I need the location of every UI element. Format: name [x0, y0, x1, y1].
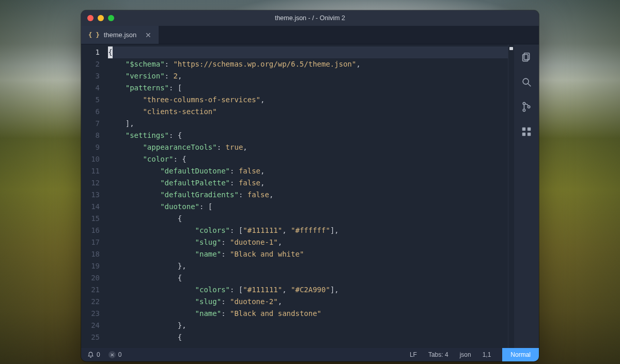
indent-indicator[interactable]: Tabs: 4: [428, 351, 448, 358]
notifications-count: 0: [97, 351, 100, 358]
minimap-scrollbar[interactable]: [508, 44, 514, 348]
line-number[interactable]: 7: [81, 118, 100, 130]
window-controls: [87, 15, 114, 21]
code-line[interactable]: "appearanceTools": true,: [108, 141, 508, 153]
token-punc: [108, 202, 160, 211]
code-line[interactable]: {: [108, 272, 508, 284]
code-line[interactable]: "three-columns-of-services",: [108, 94, 508, 106]
line-number[interactable]: 15: [81, 213, 100, 225]
line-number[interactable]: 24: [81, 320, 100, 331]
code-line[interactable]: "color": {: [108, 153, 508, 165]
line-number[interactable]: 13: [81, 189, 100, 201]
tab-bar: { } theme.json ✕: [81, 26, 539, 44]
editor[interactable]: 1234567891011121314151617181920212223242…: [81, 44, 514, 348]
line-number[interactable]: 16: [81, 225, 100, 236]
token-str: "#ffffff": [291, 226, 330, 234]
line-number[interactable]: 6: [81, 106, 100, 118]
language-indicator[interactable]: json: [460, 351, 471, 358]
token-bool: false: [247, 191, 269, 199]
code-area[interactable]: { "$schema": "https://schemas.wp.org/wp/…: [105, 44, 508, 348]
code-line[interactable]: ],: [108, 118, 508, 130]
token-punc: ,: [269, 191, 273, 199]
token-bool: true: [226, 143, 243, 151]
code-line[interactable]: {: [108, 213, 508, 225]
extensions-icon[interactable]: [521, 126, 532, 137]
token-punc: : [: [199, 202, 212, 211]
line-ending-indicator[interactable]: LF: [410, 351, 417, 358]
code-line[interactable]: "settings": {: [108, 130, 508, 141]
line-number[interactable]: 19: [81, 260, 100, 272]
line-number[interactable]: 11: [81, 165, 100, 177]
token-punc: [108, 72, 126, 80]
line-number[interactable]: 20: [81, 272, 100, 284]
cursor: {: [108, 46, 113, 58]
token-key: "color": [143, 155, 173, 163]
line-number[interactable]: 12: [81, 177, 100, 189]
token-punc: ],: [330, 286, 339, 294]
code-line[interactable]: "version": 2,: [108, 70, 508, 82]
code-line[interactable]: "defaultPalette": false,: [108, 177, 508, 189]
token-punc: [108, 131, 126, 139]
editor-window: theme.json - / - Onivim 2 { } theme.json…: [81, 10, 539, 361]
line-number[interactable]: 5: [81, 94, 100, 106]
search-icon[interactable]: [521, 76, 532, 88]
token-punc: ,: [282, 226, 291, 234]
token-str: "#C2A990": [291, 286, 330, 294]
code-line[interactable]: "colors": ["#111111", "#ffffff"],: [108, 225, 508, 236]
code-line[interactable]: "colors": ["#111111", "#C2A990"],: [108, 284, 508, 296]
minimap-thumb[interactable]: [509, 47, 513, 50]
svg-rect-9: [522, 133, 525, 136]
errors-count: 0: [118, 351, 122, 358]
notifications-button[interactable]: 0: [87, 351, 100, 358]
line-number[interactable]: 25: [81, 331, 100, 343]
line-number[interactable]: 21: [81, 284, 100, 296]
line-number[interactable]: 2: [81, 58, 100, 70]
code-line[interactable]: "name": "Black and sandstone": [108, 308, 508, 320]
code-line[interactable]: {: [108, 331, 508, 343]
files-icon[interactable]: [521, 52, 532, 63]
minimize-window-button[interactable]: [98, 15, 104, 21]
window-title: theme.json - / - Onivim 2: [81, 14, 539, 22]
code-line[interactable]: "duotone": [: [108, 201, 508, 213]
svg-point-6: [528, 106, 530, 108]
token-key: "patterns": [126, 84, 169, 92]
cursor-position-indicator[interactable]: 1,1: [483, 351, 491, 358]
code-line[interactable]: "defaultDuotone": false,: [108, 165, 508, 177]
close-window-button[interactable]: [87, 15, 94, 21]
line-number[interactable]: 4: [81, 82, 100, 94]
code-line[interactable]: {: [108, 46, 508, 58]
status-bar: 0 ✕ 0 LF Tabs: 4 json 1,1 Normal: [81, 348, 539, 361]
tab-theme-json[interactable]: { } theme.json ✕: [81, 26, 159, 44]
line-number-gutter[interactable]: 1234567891011121314151617181920212223242…: [81, 44, 105, 348]
code-line[interactable]: },: [108, 320, 508, 331]
token-str: "https://schemas.wp.org/wp/6.5/theme.jso…: [173, 60, 356, 68]
token-punc: :: [165, 60, 174, 68]
line-number[interactable]: 18: [81, 248, 100, 260]
code-line[interactable]: "clients-section": [108, 106, 508, 118]
maximize-window-button[interactable]: [108, 15, 114, 21]
line-number[interactable]: 10: [81, 153, 100, 165]
line-number[interactable]: 8: [81, 130, 100, 141]
token-key: "name": [195, 309, 222, 318]
line-number[interactable]: 17: [81, 236, 100, 248]
line-number[interactable]: 23: [81, 308, 100, 320]
close-tab-button[interactable]: ✕: [145, 31, 151, 39]
line-number[interactable]: 3: [81, 70, 100, 82]
line-number[interactable]: 22: [81, 296, 100, 308]
line-number[interactable]: 1: [81, 46, 100, 58]
token-punc: ,: [243, 143, 247, 151]
line-number[interactable]: 14: [81, 201, 100, 213]
titlebar[interactable]: theme.json - / - Onivim 2: [81, 10, 539, 26]
errors-button[interactable]: ✕ 0: [109, 351, 122, 358]
vim-mode-indicator[interactable]: Normal: [502, 348, 539, 361]
code-line[interactable]: "$schema": "https://schemas.wp.org/wp/6.…: [108, 58, 508, 70]
code-line[interactable]: },: [108, 260, 508, 272]
code-line[interactable]: "name": "Black and white": [108, 248, 508, 260]
source-control-icon[interactable]: [521, 101, 532, 113]
code-line[interactable]: "slug": "duotone-2",: [108, 296, 508, 308]
code-line[interactable]: "patterns": [: [108, 82, 508, 94]
token-punc: [108, 84, 126, 92]
code-line[interactable]: "defaultGradients": false,: [108, 189, 508, 201]
line-number[interactable]: 9: [81, 141, 100, 153]
code-line[interactable]: "slug": "duotone-1",: [108, 236, 508, 248]
